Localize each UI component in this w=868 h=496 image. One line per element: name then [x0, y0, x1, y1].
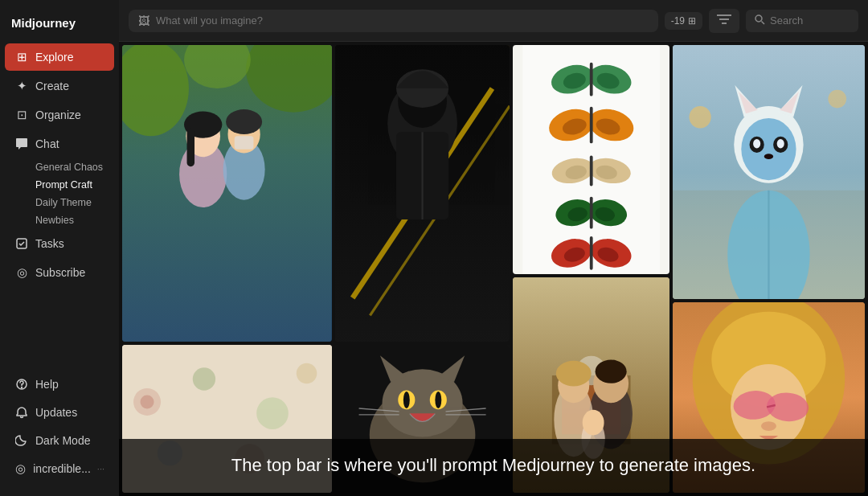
svg-point-111: [761, 421, 776, 431]
image-input-icon: 🖼: [138, 14, 149, 27]
search-icon: [754, 14, 765, 28]
moon-icon: [14, 433, 29, 448]
sidebar-item-subscribe-label: Subscribe: [35, 266, 85, 279]
svg-line-7: [762, 21, 765, 24]
sidebar-item-subscribe[interactable]: ◎ Subscribe: [5, 259, 114, 286]
sidebar-item-chat[interactable]: Chat: [5, 130, 114, 158]
svg-rect-64: [590, 156, 593, 187]
svg-point-18: [226, 109, 262, 134]
organize-icon: ⊡: [14, 108, 29, 122]
svg-point-23: [193, 367, 215, 390]
sidebar-item-help[interactable]: Help: [5, 371, 114, 398]
sidebar-sub-newbies[interactable]: Newbies: [5, 212, 114, 228]
profile-menu-icon: ···: [97, 464, 104, 473]
job-count-badge: -19 ⊞: [665, 12, 702, 30]
topbar: 🖼 -19 ⊞: [119, 0, 868, 42]
image-grid: [119, 42, 868, 496]
profile-icon: ◎: [14, 461, 27, 476]
sidebar-item-profile[interactable]: ◎ incredible... ···: [5, 455, 114, 482]
svg-point-90: [829, 90, 847, 109]
sidebar-sub-prompt-craft[interactable]: Prompt Craft: [5, 177, 114, 193]
sidebar-item-profile-label: incredible...: [33, 462, 91, 475]
grid-col-2: [335, 45, 510, 493]
svg-point-98: [741, 118, 796, 180]
chat-icon: [14, 137, 29, 151]
subscribe-icon: ◎: [14, 265, 29, 280]
explore-icon: ⊞: [14, 50, 29, 64]
svg-rect-69: [590, 197, 593, 229]
sidebar-item-organize-label: Organize: [35, 109, 81, 121]
sidebar: Midjourney ⊞ Explore ✦ Create ⊡ Organize…: [0, 0, 119, 496]
sidebar-item-create[interactable]: ✦ Create: [5, 72, 114, 100]
prompt-input-wrap[interactable]: 🖼: [129, 10, 658, 32]
tasks-icon: [14, 236, 29, 251]
svg-point-2: [22, 387, 23, 388]
svg-point-103: [764, 154, 773, 159]
grid-col-3: [513, 45, 669, 493]
bell-icon: [14, 405, 29, 420]
svg-point-81: [595, 359, 626, 383]
svg-rect-74: [590, 236, 593, 270]
image-anime-couple[interactable]: [122, 45, 332, 342]
sidebar-item-updates-label: Updates: [35, 406, 77, 419]
caption-text: The top bar is where you'll prompt Medjo…: [231, 455, 755, 475]
grid-badge-icon: ⊞: [688, 15, 696, 27]
sidebar-item-updates[interactable]: Updates: [5, 399, 114, 426]
sidebar-item-chat-label: Chat: [35, 137, 59, 150]
sidebar-item-tasks[interactable]: Tasks: [5, 230, 114, 257]
sidebar-item-organize[interactable]: ⊡ Organize: [5, 101, 114, 129]
grid-col-4: [673, 45, 865, 493]
sidebar-item-dark-mode[interactable]: Dark Mode: [5, 427, 114, 454]
svg-point-22: [141, 395, 154, 408]
filter-button[interactable]: [709, 9, 739, 33]
svg-rect-54: [590, 63, 593, 96]
svg-rect-59: [590, 107, 593, 144]
sidebar-item-explore-label: Explore: [35, 51, 73, 64]
sidebar-item-dark-mode-label: Dark Mode: [35, 434, 90, 447]
sidebar-item-tasks-label: Tasks: [35, 237, 64, 250]
image-dark-warrior[interactable]: [335, 45, 510, 342]
app-logo: Midjourney: [0, 10, 119, 43]
svg-point-84: [555, 360, 591, 386]
sidebar-item-help-label: Help: [35, 378, 59, 391]
caption-overlay: The top bar is where you'll prompt Medjo…: [119, 439, 868, 496]
svg-point-43: [403, 391, 409, 408]
grid-col-1: [122, 45, 332, 493]
image-grid-container: The top bar is where you'll prompt Medjo…: [119, 42, 868, 496]
prompt-input[interactable]: [156, 14, 649, 27]
svg-rect-15: [187, 129, 194, 166]
svg-point-89: [690, 106, 711, 128]
svg-point-24: [256, 397, 289, 429]
svg-point-102: [777, 139, 784, 148]
svg-rect-19: [235, 136, 254, 150]
svg-point-101: [753, 139, 760, 148]
svg-point-44: [435, 391, 441, 408]
svg-point-25: [297, 363, 317, 383]
create-icon: ✦: [14, 79, 29, 93]
main-content: 🖼 -19 ⊞: [119, 0, 868, 496]
sidebar-item-explore[interactable]: ⊞ Explore: [5, 43, 114, 71]
sidebar-item-create-label: Create: [35, 80, 69, 92]
image-fox-lady[interactable]: [673, 45, 865, 299]
search-wrap[interactable]: [746, 10, 858, 32]
help-icon: [14, 377, 29, 391]
svg-point-6: [755, 15, 762, 22]
job-count-text: -19: [671, 15, 685, 27]
sidebar-sub-daily-theme[interactable]: Daily Theme: [5, 195, 114, 211]
sidebar-sub-general-chaos[interactable]: General Chaos: [5, 159, 114, 175]
search-input[interactable]: [770, 14, 850, 27]
svg-point-86: [582, 409, 604, 435]
image-butterflies[interactable]: [513, 45, 669, 274]
